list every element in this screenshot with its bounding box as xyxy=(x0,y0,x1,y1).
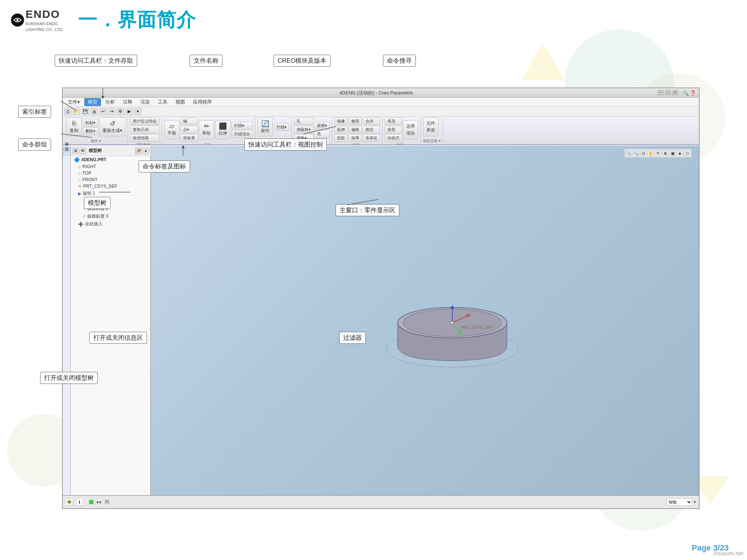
tree-item-draft3[interactable]: ↗ 拔模斜度 3 xyxy=(71,213,150,220)
group-name-getdata: 获取数据 ▾ xyxy=(130,143,159,145)
btn-copy[interactable]: ⎘ 复制 xyxy=(66,117,82,136)
btn-shrink[interactable]: 收缩包络 xyxy=(130,134,159,142)
svg-text:PRT_CSYS_DEF: PRT_CSYS_DEF xyxy=(461,325,493,330)
btn-coordsys[interactable]: 坐标系 xyxy=(181,134,198,142)
logo-area: ENDO KUNSHAN ENDO LIGHTING CO., LTD. xyxy=(11,8,63,32)
btn-shell[interactable]: 拔模▾ xyxy=(314,122,330,129)
btn-regen[interactable]: ↺ 重新生成▾ xyxy=(99,117,125,136)
btn-trim[interactable]: 修剪 xyxy=(349,117,362,125)
qa-more[interactable]: ⚙ xyxy=(117,108,124,115)
btn-extrude[interactable]: ⬛ 拉伸 xyxy=(215,120,231,139)
qa-regen[interactable]: ▶ xyxy=(125,108,133,115)
tree-item-insert[interactable]: ➕ 在此插入 xyxy=(71,220,150,228)
btn-sweep[interactable]: 扫描▾ xyxy=(274,123,289,131)
btn-revolve[interactable]: 🔄 旋转 xyxy=(258,117,273,136)
close-btn[interactable]: ✕ xyxy=(672,90,678,95)
view-btn-refit[interactable]: ⊞ xyxy=(662,150,669,156)
menu-render[interactable]: 渲染 xyxy=(137,98,154,106)
tree-item-front[interactable]: ◇ FRONT xyxy=(71,176,150,183)
qa-print[interactable]: 🖨 xyxy=(90,108,98,115)
index-tab-2[interactable]: 层 xyxy=(63,152,70,155)
creo-menubar: 文件▾ 模型 分析 注释 渲染 工具 视图 应用程序 xyxy=(63,98,699,106)
creo-titlebar: 4DENG (活动的) - Creo Parametric ─ □ ✕ 🔍 ❓ xyxy=(63,88,699,98)
btn-copy-geom[interactable]: 复制几何 xyxy=(130,126,159,133)
model-tree-title: 模型树 xyxy=(89,148,102,154)
btn-paste[interactable]: 粘贴▾ xyxy=(83,119,98,127)
callout-main-window: 主窗口：零件显示区 xyxy=(336,204,399,216)
menu-model[interactable]: 模型 xyxy=(84,98,101,106)
tree-item-draft1[interactable]: ↗ 拔模斜度 1 xyxy=(71,197,150,205)
btn-hole[interactable]: 孔 xyxy=(294,117,313,125)
edit-buttons: 镜像 延伸 投影 修剪 偏移 加厚 合并 相交 实体化 xyxy=(334,117,380,142)
view-btn-pan[interactable]: ✋ xyxy=(647,150,654,156)
qa-open[interactable]: 📂 xyxy=(73,108,80,115)
menu-tools[interactable]: 工具 xyxy=(154,98,171,106)
status-btn-tree[interactable]: 🌳 xyxy=(66,498,73,506)
btn-extend[interactable]: 延伸 xyxy=(334,126,348,133)
callout-creo-module: CREO模块及版本 xyxy=(274,55,330,67)
btn-boundary[interactable]: 边界混合 xyxy=(403,120,418,139)
btn-plane[interactable]: ▱ 平面 xyxy=(164,120,179,139)
btn-sweep-mix2[interactable]: 扫描混合 xyxy=(232,130,253,138)
view-btn-fit[interactable]: ⊡ xyxy=(640,150,647,156)
filter-select[interactable]: 智能 零件 特征 几何 xyxy=(667,498,692,506)
btn-draft[interactable]: 壳 xyxy=(314,130,330,138)
tree-btn-preview[interactable]: ▸ xyxy=(143,148,149,154)
btn-user-feature[interactable]: 用户定义特征 xyxy=(130,117,159,125)
btn-project[interactable]: 投影 xyxy=(334,134,348,142)
btn-delete[interactable]: 删除▾ xyxy=(83,127,98,135)
maximize-btn[interactable]: □ xyxy=(665,90,671,95)
btn-element-boundary[interactable]: 元件界面 xyxy=(423,117,438,136)
view-btn-zoom-in[interactable]: 🔍 xyxy=(626,150,632,156)
btn-sweep-mix1[interactable]: 扫描▾ xyxy=(232,122,253,129)
tree-btn-show[interactable]: 👁 xyxy=(80,148,86,154)
status-btn-info[interactable]: ℹ xyxy=(76,498,83,506)
minimize-btn[interactable]: ─ xyxy=(658,90,663,95)
btn-merge[interactable]: 合并 xyxy=(363,117,380,125)
menu-analysis[interactable]: 分析 xyxy=(102,98,119,106)
btn-intersect[interactable]: 相交 xyxy=(363,126,380,133)
btn-solidify[interactable]: 实体化 xyxy=(363,134,380,142)
index-tab-1[interactable]: 模 xyxy=(63,147,70,151)
menu-apps[interactable]: 应用程序 xyxy=(189,98,216,106)
qa-save[interactable]: 💾 xyxy=(82,108,89,115)
model-tree-content: 🔷 4DENG.PRT ◇ RIGHT ◇ TOP ◇ FRONT ✳ P xyxy=(71,156,151,495)
menu-annotation[interactable]: 注释 xyxy=(119,98,136,106)
ribbon-group-datum: ▱ 平面 轴 点▾ 坐标系 ✏ 草绘 ⬛ 拉伸 xyxy=(162,117,255,144)
view-btn-persp[interactable]: ⬡ xyxy=(684,150,690,156)
help-icon[interactable]: ❓ xyxy=(690,90,696,96)
tree-btn-settings[interactable]: ⚙ xyxy=(72,148,79,154)
callout-index-tabs: 索引标签 xyxy=(18,106,51,118)
tree-item-revolve[interactable]: ▶ 旋转 1 xyxy=(71,190,150,197)
btn-axis[interactable]: 轴 xyxy=(181,117,198,125)
btn-point[interactable]: 点▾ xyxy=(181,126,198,133)
view-btn-rotate[interactable]: ↻ xyxy=(655,150,661,156)
view-btn-zoom-out[interactable]: 🔍 xyxy=(633,150,639,156)
btn-style[interactable]: 造型 xyxy=(385,126,402,133)
menu-file[interactable]: 文件▾ xyxy=(64,98,84,106)
view-btn-display[interactable]: ◈ xyxy=(677,150,683,156)
qa-redo[interactable]: ↪ xyxy=(108,108,115,115)
tree-icon-plane3: ◇ xyxy=(78,178,81,182)
group-name-datum: 基准 ▾ xyxy=(164,143,253,145)
intent-buttons: 元件界面 xyxy=(423,117,441,136)
watermark: Zhuanzhi.Net xyxy=(713,551,743,556)
btn-offset[interactable]: 偏移 xyxy=(349,126,362,133)
btn-mirror[interactable]: 镜像 xyxy=(334,117,348,125)
btn-thicken[interactable]: 加厚 xyxy=(349,134,362,142)
tree-btn-pin[interactable]: 📌 xyxy=(135,148,142,154)
status-text-idle: 闲 xyxy=(105,499,109,505)
tree-item-draft2[interactable]: ↗ 拔模斜度 2 xyxy=(71,205,150,213)
qa-dropdown[interactable]: ▾ xyxy=(134,108,142,115)
menu-view[interactable]: 视图 xyxy=(172,98,189,106)
qa-new[interactable]: 🗋 xyxy=(64,108,71,115)
btn-fill[interactable]: 填充 xyxy=(385,117,402,125)
tree-item-csys[interactable]: ✳ PRT_CSYS_DEF xyxy=(71,183,150,190)
group-name-edit: 编辑 ▾ xyxy=(334,143,380,145)
btn-sketch[interactable]: ✏ 草绘 xyxy=(199,120,214,139)
btn-freeform[interactable]: 自由式 xyxy=(385,134,402,142)
btn-round[interactable]: 倒圆角▾ xyxy=(294,126,313,133)
qa-undo[interactable]: ↩ xyxy=(99,108,107,115)
help-search-btn[interactable]: 🔍 xyxy=(682,90,689,96)
view-btn-view-mgr[interactable]: ▦ xyxy=(669,150,676,156)
